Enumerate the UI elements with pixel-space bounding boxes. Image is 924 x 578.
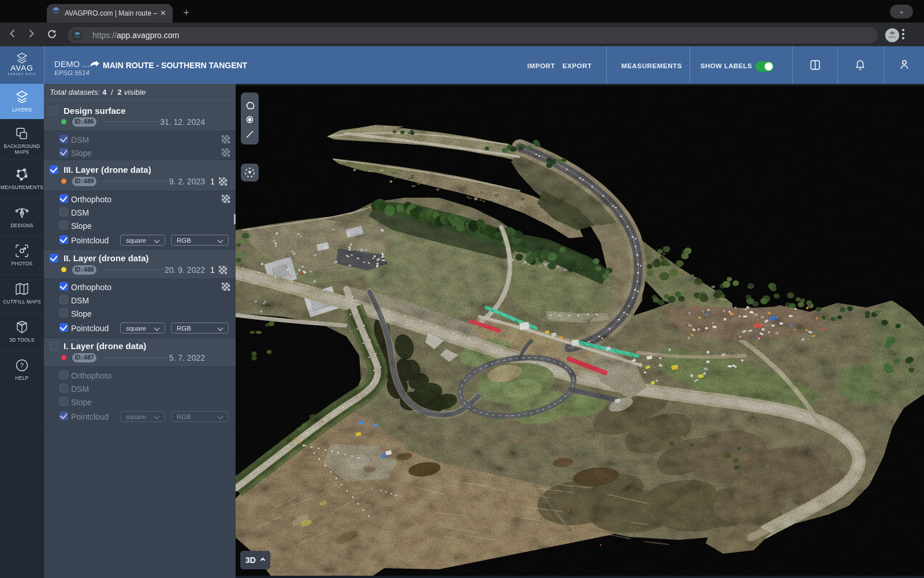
svg-text:3D: 3D bbox=[20, 323, 24, 326]
svg-text:AVAG: AVAG bbox=[888, 35, 896, 39]
svg-text:SURVEY DATA: SURVEY DATA bbox=[8, 73, 36, 76]
svg-text:AVAG: AVAG bbox=[10, 64, 33, 72]
svg-text:?: ? bbox=[20, 362, 24, 369]
